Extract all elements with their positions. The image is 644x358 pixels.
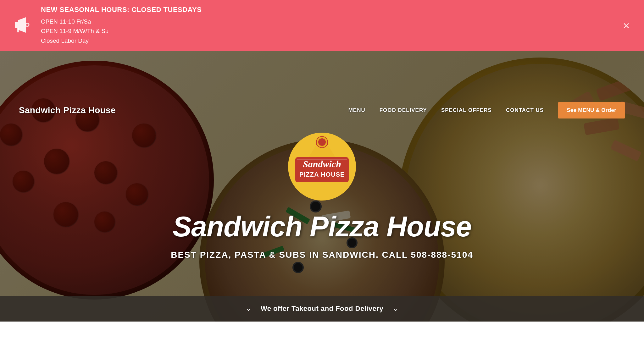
svg-point-3 — [26, 23, 29, 26]
megaphone-icon — [13, 16, 31, 35]
close-banner-button[interactable]: ✕ — [623, 20, 630, 31]
svg-point-7 — [318, 138, 326, 146]
svg-text:Sandwich: Sandwich — [303, 159, 341, 169]
announcement-banner: NEW SEASONAL HOURS: CLOSED TUESDAYS OPEN… — [0, 0, 644, 51]
bottom-bar: ⌄ We offer Takeout and Food Delivery ⌄ — [0, 296, 644, 322]
svg-rect-2 — [17, 28, 19, 32]
bottom-bar-text: We offer Takeout and Food Delivery — [261, 305, 383, 313]
hero-title: Sandwich Pizza House — [173, 211, 471, 243]
hero-content: Sandwich PIZZA HOUSE Sandwich Pizza Hous… — [0, 51, 644, 322]
restaurant-logo: Sandwich PIZZA HOUSE — [287, 132, 357, 201]
svg-text:PIZZA HOUSE: PIZZA HOUSE — [299, 171, 345, 178]
banner-line2: OPEN 11-9 M/W/Th & Su — [41, 26, 202, 36]
svg-marker-0 — [15, 22, 18, 28]
hero-section: Sandwich Pizza House MENU FOOD DELIVERY … — [0, 51, 644, 322]
hero-subtitle: BEST PIZZA, PASTA & SUBS IN SANDWICH. CA… — [171, 250, 473, 260]
banner-headline: NEW SEASONAL HOURS: CLOSED TUESDAYS — [41, 6, 202, 14]
order-button[interactable]: See MENU & Order — [558, 102, 625, 118]
nav-links: MENU FOOD DELIVERY SPECIAL OFFERS CONTAC… — [348, 102, 625, 118]
nav-special-offers[interactable]: SPECIAL OFFERS — [441, 107, 492, 113]
nav-contact-us[interactable]: CONTACT US — [506, 107, 544, 113]
banner-line1: OPEN 11-10 Fr/Sa — [41, 17, 202, 26]
nav-menu[interactable]: MENU — [348, 107, 365, 113]
chevron-down-right-icon: ⌄ — [393, 305, 398, 313]
announcement-text: NEW SEASONAL HOURS: CLOSED TUESDAYS OPEN… — [41, 6, 202, 46]
nav-food-delivery[interactable]: FOOD DELIVERY — [380, 107, 427, 113]
svg-marker-1 — [18, 17, 26, 33]
banner-line3: Closed Labor Day — [41, 36, 202, 46]
site-title: Sandwich Pizza House — [19, 105, 116, 115]
chevron-down-left-icon: ⌄ — [246, 305, 251, 313]
navbar: Sandwich Pizza House MENU FOOD DELIVERY … — [0, 95, 644, 125]
